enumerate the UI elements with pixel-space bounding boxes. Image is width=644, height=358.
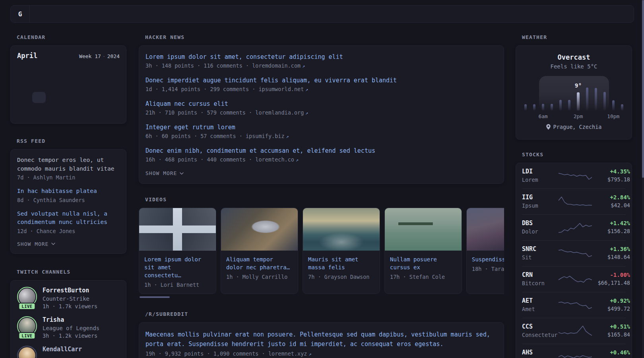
twitch-avatar-wrap: LIVE (17, 287, 37, 307)
twitch-channel-info: KendallCarr (43, 346, 82, 354)
calendar-day[interactable] (17, 104, 31, 115)
hackernews-item-domain-link[interactable]: loremlandia.org↗ (255, 109, 308, 116)
stock-name: Bitcorn (522, 280, 559, 287)
page-scrollbar-track (642, 0, 644, 358)
page-scrollbar-thumb[interactable] (642, 0, 644, 178)
calendar-day[interactable] (76, 104, 90, 115)
subreddit-widget: Maecenas mollis pulvinar erat non posuer… (139, 322, 504, 358)
calendar-day[interactable] (62, 80, 75, 91)
app-logo[interactable]: G (11, 6, 30, 22)
hackernews-item-domain-link[interactable]: loremtech.co↗ (255, 156, 299, 163)
avatar-image (19, 347, 35, 358)
weather-bar-slot: 6am (542, 87, 545, 111)
stock-ticker: IIG (522, 194, 559, 201)
avatar[interactable] (17, 346, 37, 358)
rss-item-title-link[interactable]: In hac habitasse platea (17, 187, 120, 196)
show-more-label: SHOW MORE (145, 170, 177, 176)
weather-temp-label: 9° (575, 82, 582, 89)
calendar-section-title: CALENDAR (17, 34, 126, 40)
video-card[interactable]: Nullam posuere cursus ex 17h · Stefan Co… (384, 208, 462, 294)
hackernews-item-title-link[interactable]: Integer eget rutrum lorem (145, 123, 497, 132)
external-link-icon: ↗ (302, 63, 305, 69)
twitch-channel-name-link[interactable]: Trisha (43, 316, 99, 323)
calendar-day[interactable] (32, 80, 46, 91)
calendar-day[interactable] (47, 92, 60, 103)
calendar-day[interactable] (106, 92, 119, 103)
video-card[interactable]: Mauris sit amet massa felis 7h · Grayson… (303, 208, 380, 294)
hackernews-item-domain-link[interactable]: ipsumify.biz↗ (246, 133, 289, 139)
stock-sparkline (559, 169, 592, 183)
video-thumbnail (221, 208, 298, 251)
twitch-channel-info: Trisha League of Legends 3h · 1.2k viewe… (43, 316, 99, 339)
stock-row[interactable]: CRN Bitcorn -1.00% $66,171.48 (522, 266, 626, 292)
hackernews-item-title-link[interactable]: Donec imperdiet augue tincidunt felis al… (145, 76, 497, 85)
calendar-day[interactable] (106, 104, 119, 115)
weather-bar-slot (586, 87, 588, 111)
hackernews-item-meta: 6h · 60 points · 57 comments · ipsumify.… (145, 133, 497, 139)
subreddit-post-title-link[interactable]: Maecenas mollis pulvinar erat non posuer… (145, 330, 497, 349)
stock-id: LDI Lorem (522, 168, 559, 183)
stock-row[interactable]: DBS Dolor +1.42% $156.28 (522, 214, 626, 240)
hackernews-item-meta: 16h · 468 points · 440 comments · loremt… (145, 156, 497, 163)
calendar-day[interactable] (91, 80, 105, 91)
twitch-channel-name-link[interactable]: ForrestBurton (43, 287, 97, 294)
video-card[interactable]: Lorem ipsum dolor sit amet consectetu… 1… (139, 208, 216, 294)
rss-item-title-link[interactable]: Donec tempor eros leo, ut commodo mauris… (17, 156, 120, 173)
stock-row[interactable]: IIG Ipsum +2.84% $42.04 (522, 189, 626, 214)
video-title-link[interactable]: Mauris sit amet massa felis (308, 255, 374, 271)
weather-bar-slot (568, 87, 571, 111)
twitch-avatar-wrap: LIVE (17, 346, 37, 358)
subreddit-post-domain-link[interactable]: loremnet.xyz↗ (268, 350, 312, 357)
stock-row[interactable]: LDI Lorem +4.35% $795.18 (522, 163, 626, 189)
hackernews-item-meta-text: 16h · 468 points · 440 comments · (145, 156, 252, 163)
video-title-link[interactable]: Suspendisse diam (472, 255, 504, 263)
calendar-day[interactable] (76, 92, 90, 103)
hackernews-item: Lorem ipsum dolor sit amet, consectetur … (145, 53, 497, 69)
calendar-day[interactable] (47, 80, 60, 91)
video-meta: 17h · Stefan Cole (390, 274, 456, 280)
calendar-day[interactable] (106, 80, 119, 91)
calendar-day[interactable] (47, 104, 60, 115)
stock-id: AHS (522, 349, 559, 358)
calendar-dow (61, 65, 76, 74)
hackernews-show-more-button[interactable]: SHOW MORE (145, 170, 184, 176)
twitch-channel-game: League of Legends (43, 325, 99, 331)
stock-sparkline (559, 247, 592, 260)
calendar-day[interactable] (17, 92, 31, 103)
calendar-dow (76, 65, 90, 74)
calendar-day[interactable] (76, 80, 90, 91)
calendar-days-grid (17, 80, 120, 115)
calendar-day[interactable] (62, 92, 75, 103)
calendar-day[interactable] (17, 80, 31, 91)
video-title-link[interactable]: Aliquam tempor dolor nec pharetra… (226, 255, 293, 271)
stock-values: +4.35% $795.18 (592, 168, 630, 183)
hackernews-item-title-link[interactable]: Aliquam nec cursus elit (145, 100, 497, 108)
hackernews-item-title-link[interactable]: Lorem ipsum dolor sit amet, consectetur … (145, 53, 497, 61)
calendar-day[interactable] (62, 104, 75, 115)
hackernews-item-meta: 1d · 1,414 points · 299 comments · ipsum… (145, 86, 497, 92)
calendar-day[interactable] (32, 92, 46, 103)
hackernews-item-title-link[interactable]: Donec enim nibh, condimentum et accumsan… (145, 147, 497, 155)
hackernews-item-domain-link[interactable]: loremdomain.com↗ (252, 62, 305, 69)
stock-row[interactable]: SNRC Sit +1.36% $148.64 (522, 240, 626, 266)
video-title-link[interactable]: Nullam posuere cursus ex (390, 255, 456, 271)
calendar-day[interactable] (91, 92, 105, 103)
video-card[interactable]: Suspendisse diam 18h · Tara (466, 208, 504, 294)
video-title-link[interactable]: Lorem ipsum dolor sit amet consectetu… (144, 255, 211, 279)
rss-item-title-link[interactable]: Sed volutpat nulla nisl, a condimentum n… (17, 210, 120, 227)
hackernews-item-domain-link[interactable]: ipsumworld.net↗ (258, 86, 308, 92)
calendar-day[interactable] (32, 104, 46, 115)
video-meta: 1h · Molly Carrillo (226, 274, 293, 280)
videos-scrollbar[interactable] (140, 296, 170, 298)
stock-row[interactable]: CCS Consectetur +0.51% $165.84 (522, 318, 626, 344)
stock-row[interactable]: AET Amet +0.92% $499.72 (522, 292, 626, 318)
twitch-channel-name-link[interactable]: KendallCarr (43, 346, 82, 353)
calendar-dow (47, 65, 61, 74)
stock-row[interactable]: AHS +0.46% (522, 344, 626, 358)
videos-section-title: VIDEOS (145, 197, 504, 202)
rss-show-more-button[interactable]: SHOW MORE (17, 241, 55, 247)
hackernews-item-meta: 3h · 148 points · 116 comments · loremdo… (145, 62, 497, 69)
video-card[interactable]: Aliquam tempor dolor nec pharetra… 1h · … (221, 208, 298, 294)
stock-change: +1.36% (592, 246, 630, 252)
calendar-day[interactable] (91, 104, 105, 115)
